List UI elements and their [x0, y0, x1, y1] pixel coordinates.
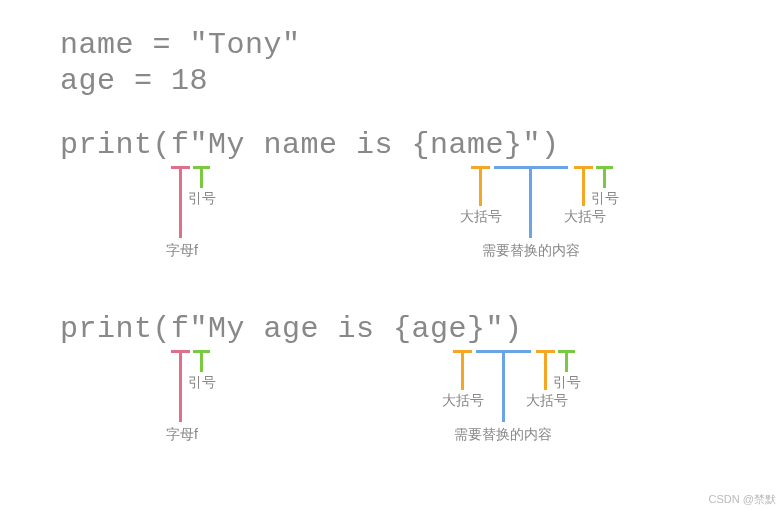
label-content-1: 需要替换的内容	[480, 242, 582, 260]
label-brace-left-1: 大括号	[458, 208, 504, 226]
label-content-2: 需要替换的内容	[452, 426, 554, 444]
label-f-1: 字母f	[160, 242, 204, 260]
code-line-4: print(f"My age is {age}")	[60, 312, 523, 346]
label-quote-left-1: 引号	[186, 190, 218, 208]
code-line-1: name = "Tony"	[60, 28, 301, 62]
label-brace-right-2: 大括号	[524, 392, 570, 410]
watermark: CSDN @禁默	[709, 492, 776, 507]
label-f-2: 字母f	[160, 426, 204, 444]
label-brace-left-2: 大括号	[440, 392, 486, 410]
label-brace-right-1: 大括号	[562, 208, 608, 226]
label-quote-left-2: 引号	[186, 374, 218, 392]
code-line-3: print(f"My name is {name}")	[60, 128, 560, 162]
label-quote-right-2: 引号	[551, 374, 583, 392]
label-quote-right-1: 引号	[589, 190, 621, 208]
code-line-2: age = 18	[60, 64, 208, 98]
